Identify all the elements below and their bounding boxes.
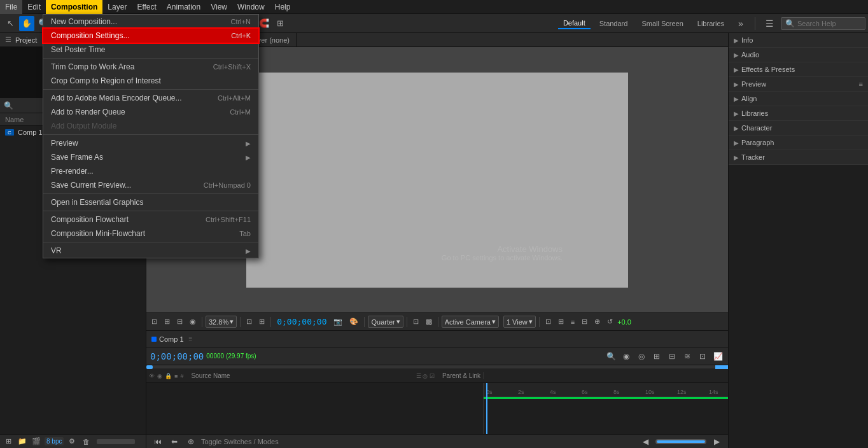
dd-comp-settings[interactable]: Composition Settings... Ctrl+K — [43, 29, 258, 43]
footage-slider[interactable] — [97, 439, 135, 444]
tl-draft-3d[interactable]: ⊡ — [696, 350, 709, 363]
folder-btn[interactable]: 📁 — [17, 436, 28, 447]
dd-label-vr: VR — [51, 246, 62, 255]
rp-header-preview[interactable]: ▶ Preview ≡ — [729, 77, 868, 91]
dd-vr[interactable]: VR ▶ — [43, 244, 258, 258]
menu-file[interactable]: File — [0, 0, 22, 14]
menu-edit[interactable]: Edit — [22, 0, 46, 14]
camera-dropdown[interactable]: Active Camera ▾ — [442, 316, 499, 328]
tl-step-back[interactable]: ⬅ — [168, 435, 181, 448]
tl-motion-blur[interactable]: ≋ — [681, 350, 694, 363]
vc-layout-3[interactable]: ≡ — [568, 317, 577, 327]
timeline-scrub-outer[interactable] — [146, 365, 728, 369]
rp-label-preview: Preview — [741, 80, 766, 88]
vc-mask[interactable]: ◉ — [187, 316, 199, 327]
vc-color[interactable]: 🎨 — [347, 316, 361, 327]
rp-header-libraries[interactable]: ▶ Libraries — [729, 106, 868, 120]
timeline-tab-comp1[interactable]: Comp 1 ≡ — [151, 335, 192, 343]
dd-add-encoder[interactable]: Add to Adobe Media Encoder Queue... Ctrl… — [43, 91, 258, 105]
vc-fit-screen[interactable]: ⊡ — [244, 316, 255, 327]
dd-sep-1 — [43, 58, 258, 59]
vc-layout-2[interactable]: ⊞ — [556, 316, 566, 327]
tl-search[interactable]: 🔍 — [605, 350, 617, 363]
blue-playhead[interactable] — [484, 383, 490, 434]
vc-layout-1[interactable]: ⊡ — [543, 316, 554, 327]
rp-label-effects: Effects & Presets — [741, 66, 795, 73]
tl-add-keyframe[interactable]: ⊕ — [185, 435, 197, 448]
rp-header-paragraph[interactable]: ▶ Paragraph — [729, 136, 868, 150]
menu-help[interactable]: Help — [270, 0, 296, 14]
dd-trim-work[interactable]: Trim Comp to Work Area Ctrl+Shift+X — [43, 60, 258, 74]
tl-frame-blend[interactable]: ⊟ — [666, 350, 678, 363]
menu-composition[interactable]: Composition — [46, 0, 102, 14]
workspace-default[interactable]: Default — [558, 18, 591, 29]
rp-header-effects[interactable]: ▶ Effects & Presets — [729, 62, 868, 76]
dd-pre-render[interactable]: Pre-render... — [43, 164, 258, 178]
dd-shortcut-trim-work: Ctrl+Shift+X — [213, 63, 251, 71]
dd-open-essential[interactable]: Open in Essential Graphics — [43, 195, 258, 209]
ruler-12s: 12s — [677, 389, 709, 395]
dd-new-comp[interactable]: New Composition... Ctrl+N — [43, 15, 258, 29]
tl-navigate-right[interactable]: ▶ — [710, 435, 723, 448]
vc-safe-zones[interactable]: ⊞ — [256, 316, 267, 327]
hamburger-menu[interactable]: ☰ — [762, 16, 777, 31]
quality-dropdown[interactable]: Quarter ▾ — [368, 316, 403, 328]
menu-layer[interactable]: Layer — [102, 0, 132, 14]
new-comp-btn[interactable]: ⊞ — [3, 436, 14, 447]
search-help-area[interactable]: 🔍 — [781, 17, 865, 30]
vc-layout-6[interactable]: ↺ — [605, 316, 615, 327]
menu-effect[interactable]: Effect — [132, 0, 161, 14]
dd-crop-region[interactable]: Crop Comp to Region of Interest — [43, 74, 258, 88]
dd-set-poster[interactable]: Set Poster Time — [43, 43, 258, 57]
rp-header-align[interactable]: ▶ Align — [729, 92, 868, 106]
vc-grid[interactable]: ⊞ — [162, 316, 172, 327]
footage-btn[interactable]: 🎬 — [31, 436, 42, 447]
dd-save-current[interactable]: Save Current Preview... Ctrl+Numpad 0 — [43, 178, 258, 192]
workspace-overflow[interactable]: » — [733, 16, 748, 31]
zoom-dropdown[interactable]: 32.8% ▾ — [206, 316, 237, 328]
search-help-input[interactable] — [797, 20, 861, 27]
rp-header-character[interactable]: ▶ Character — [729, 121, 868, 135]
workspace-standard[interactable]: Standard — [594, 18, 633, 29]
workspace-libraries[interactable]: Libraries — [692, 18, 729, 29]
vc-guides[interactable]: ⊟ — [174, 316, 185, 327]
vc-render[interactable]: ⊡ — [410, 316, 421, 327]
tool-arrow[interactable]: ↖ — [3, 16, 18, 31]
vc-layout-5[interactable]: ⊕ — [592, 316, 603, 327]
dd-add-render[interactable]: Add to Render Queue Ctrl+M — [43, 105, 258, 119]
rp-header-tracker[interactable]: ▶ Tracker — [729, 150, 868, 164]
tl-graph-editor[interactable]: 📈 — [711, 350, 724, 363]
rp-header-audio[interactable]: ▶ Audio — [729, 48, 868, 62]
dd-preview[interactable]: Preview ▶ — [43, 136, 258, 150]
tool-align[interactable]: ⊞ — [273, 16, 288, 31]
tl-navigate-left[interactable]: ◀ — [639, 435, 652, 448]
tl-zoom-slider[interactable] — [655, 439, 706, 444]
menu-animation[interactable]: Animation — [162, 0, 206, 14]
panel-menu-icon-left[interactable]: ☰ — [5, 36, 11, 44]
tl-first-frame[interactable]: ⏮ — [151, 435, 164, 448]
workspace-small-screen[interactable]: Small Screen — [636, 18, 688, 29]
dd-comp-flowchart[interactable]: Composition Flowchart Ctrl+Shift+F11 — [43, 213, 258, 227]
tl-shy[interactable]: ◎ — [635, 350, 648, 363]
vc-camera[interactable]: 📷 — [331, 316, 345, 327]
vc-draft[interactable]: ▩ — [423, 316, 435, 327]
settings-btn[interactable]: ⚙ — [66, 436, 78, 447]
menu-window[interactable]: Window — [232, 0, 270, 14]
rp-preview-options[interactable]: ≡ — [859, 80, 863, 88]
dd-save-frame[interactable]: Save Frame As ▶ — [43, 150, 258, 164]
tl-scrub-handle[interactable] — [146, 365, 153, 369]
views-dropdown[interactable]: 1 View ▾ — [503, 316, 536, 328]
menu-view[interactable]: View — [206, 0, 232, 14]
vc-fit[interactable]: ⊡ — [149, 316, 160, 327]
tl-collapse[interactable]: ⊞ — [650, 350, 663, 363]
tl-tab-menu[interactable]: ≡ — [189, 335, 193, 342]
vc-layout-4[interactable]: ⊟ — [579, 316, 590, 327]
tool-hand[interactable]: ✋ — [19, 16, 34, 31]
tl-solo[interactable]: ◉ — [620, 350, 633, 363]
bpc-badge[interactable]: 8 bpc — [45, 437, 64, 445]
trash-btn[interactable]: 🗑 — [80, 436, 92, 447]
rp-section-character: ▶ Character — [729, 121, 868, 136]
dd-mini-flowchart[interactable]: Composition Mini-Flowchart Tab — [43, 227, 258, 241]
project-item-label: Comp 1 — [18, 129, 43, 136]
rp-header-info[interactable]: ▶ Info — [729, 33, 868, 47]
